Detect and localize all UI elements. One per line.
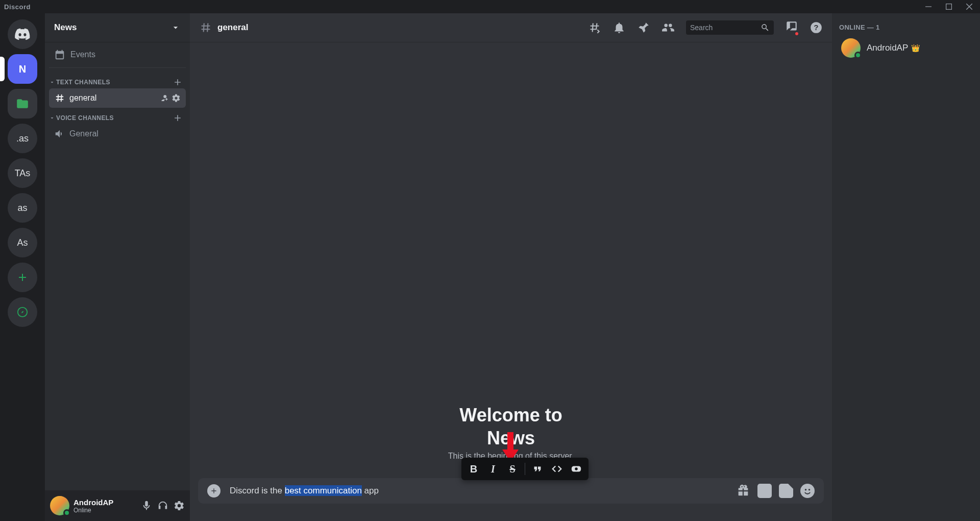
mute-icon[interactable] [141,500,152,511]
category-label: VOICE CHANNELS [56,114,114,122]
guild-initial: N [19,63,26,75]
separator [525,463,525,475]
message-input[interactable]: Discord is the best communication app [230,486,727,496]
member-list: ONLINE — 1 AndroidAP 👑 [832,13,980,521]
sticker-button[interactable] [779,484,793,498]
spoiler-button[interactable] [567,460,585,478]
window-titlebar: Discord [0,0,980,13]
close-button[interactable] [963,2,976,12]
voice-channels-category[interactable]: VOICE CHANNELS [49,109,186,123]
events-item[interactable]: Events [49,42,186,68]
guild-initial: As [17,238,28,248]
channel-title: general [217,22,248,33]
help-icon[interactable]: ? [810,21,823,34]
guild-folder[interactable] [8,89,37,119]
code-button[interactable] [548,460,566,478]
svg-point-7 [575,467,578,470]
chevron-down-icon [170,22,181,33]
explore-servers-button[interactable] [8,297,37,327]
guild-list: N .as TAs as As [0,13,45,521]
gift-icon[interactable] [736,484,750,498]
user-status: Online [74,507,137,514]
guild-item[interactable]: .as [8,124,37,153]
status-indicator [63,509,70,516]
input-text-selected: best communication [285,485,362,496]
avatar [841,38,861,58]
app-brand: Discord [4,3,31,11]
member-name-label: AndroidAP [867,43,908,53]
eye-icon [571,463,582,475]
guild-item[interactable]: as [8,193,37,223]
home-button[interactable] [8,19,37,49]
hash-icon [54,92,65,104]
channel-name: General [69,129,99,138]
events-label: Events [70,50,95,59]
add-server-button[interactable] [8,263,37,292]
bold-button[interactable]: B [464,460,483,478]
compass-icon [17,306,28,318]
speaker-icon [54,128,65,139]
member-item[interactable]: AndroidAP 👑 [839,35,973,61]
guild-item[interactable]: TAs [8,158,37,188]
minimize-button[interactable] [922,2,935,12]
channel-general[interactable]: general [49,88,186,108]
message-area: Welcome to News This is the beginning of… [190,42,832,521]
attach-button[interactable] [207,484,220,498]
guild-initial: TAs [15,168,31,179]
threads-icon[interactable] [588,21,601,34]
user-name: AndroidAP [74,498,137,507]
emoji-button[interactable] [800,484,815,498]
strikethrough-button[interactable]: S [503,460,522,478]
guild-news[interactable]: N [8,54,37,84]
chevron-down-icon [49,79,55,85]
owner-crown-icon: 👑 [911,44,920,52]
add-channel-button[interactable] [173,77,183,87]
channel-sidebar: News Events TEXT CHANNELS general [45,13,190,521]
welcome-line2: News [487,428,535,448]
notifications-icon[interactable] [612,21,626,34]
category-label: TEXT CHANNELS [56,79,110,86]
pin-icon[interactable] [637,21,650,34]
member-list-header: ONLINE — 1 [839,23,973,31]
invite-icon[interactable] [159,93,168,103]
search-input[interactable]: Search [686,20,774,35]
input-text-pre: Discord is the [230,486,285,495]
svg-rect-0 [946,4,952,10]
italic-button[interactable]: I [484,460,502,478]
quote-icon [532,463,543,475]
server-header[interactable]: News [45,13,190,42]
deafen-icon[interactable] [157,500,168,511]
notification-dot [794,31,799,36]
main-area: general Search ? [190,13,980,521]
svg-point-9 [808,489,811,491]
maximize-button[interactable] [942,2,955,12]
search-icon [761,23,770,32]
guild-item[interactable]: As [8,228,37,257]
quote-button[interactable] [528,460,547,478]
gear-icon[interactable] [172,93,181,103]
member-list-icon[interactable] [662,21,675,34]
plus-icon [210,487,218,495]
user-info[interactable]: AndroidAP Online [74,498,137,514]
calendar-icon [54,49,65,60]
avatar[interactable] [50,496,69,515]
inbox-icon[interactable] [785,20,798,35]
channel-name: general [69,93,96,103]
user-panel: AndroidAP Online [45,490,190,521]
input-text-post: app [362,486,379,495]
channel-header: general Search ? [190,13,832,42]
hash-icon [199,21,212,34]
chevron-down-icon [49,115,55,121]
voice-channel-general[interactable]: General [49,124,186,144]
message-composer[interactable]: Discord is the best communication app GI… [198,478,824,504]
settings-icon[interactable] [174,500,185,511]
welcome-line1: Welcome to [459,405,562,425]
guild-selection-pill [0,57,5,81]
search-placeholder: Search [690,23,713,32]
add-channel-button[interactable] [173,113,183,123]
gif-button[interactable]: GIF [757,484,772,498]
text-channels-category[interactable]: TEXT CHANNELS [49,73,186,87]
welcome-block: Welcome to News This is the beginning of… [448,404,574,461]
guild-initial: .as [16,133,29,144]
code-icon [551,463,562,475]
